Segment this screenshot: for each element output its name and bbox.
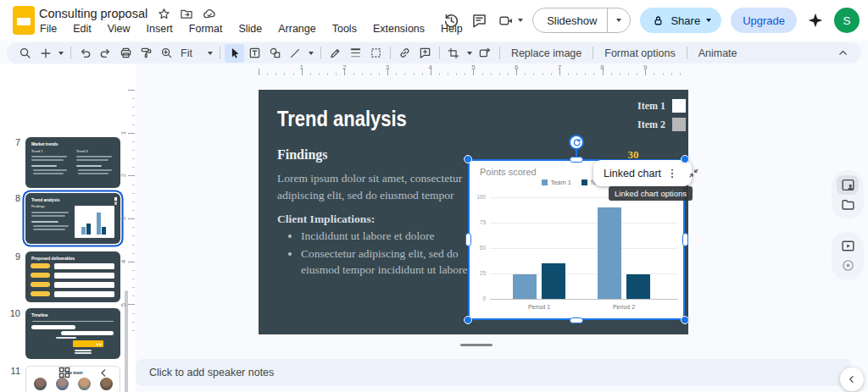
- toolbar: Fit: [7, 42, 861, 63]
- resize-handle-sw[interactable]: [464, 316, 472, 324]
- rotate-handle[interactable]: [569, 135, 584, 150]
- insert-link-button[interactable]: [395, 44, 415, 63]
- resize-handle-n[interactable]: [570, 157, 583, 163]
- ruler-number: 3: [120, 217, 127, 220]
- lock-icon: [652, 14, 665, 27]
- resize-handle-nw[interactable]: [464, 155, 472, 163]
- border-color-tool[interactable]: [326, 44, 345, 63]
- grid-view-icon[interactable]: [56, 364, 73, 381]
- upgrade-button[interactable]: Upgrade: [731, 8, 797, 33]
- resize-handle-e[interactable]: [682, 233, 688, 246]
- menu-format[interactable]: Format: [186, 22, 225, 36]
- canvas-scroll-indicator[interactable]: [460, 344, 492, 346]
- menu-insert[interactable]: Insert: [144, 22, 175, 36]
- resize-handle-w[interactable]: [465, 233, 471, 246]
- format-options-button[interactable]: Format options: [598, 47, 682, 59]
- slide-thumbnail-8[interactable]: Trend analysis Findings: [25, 193, 120, 244]
- slide-implications-heading[interactable]: Client Implications:: [277, 213, 375, 226]
- crop-button[interactable]: [444, 44, 464, 63]
- slide-number: 10: [7, 308, 20, 318]
- slideshow-button[interactable]: Slideshow: [532, 8, 631, 33]
- star-icon[interactable]: [157, 7, 170, 20]
- menu-file[interactable]: File: [37, 22, 59, 36]
- slideshow-dropdown[interactable]: [608, 19, 630, 22]
- linked-chart-tooltip: Linked chart options: [609, 186, 693, 201]
- line-dropdown-icon[interactable]: [306, 44, 316, 63]
- slide-number: 9: [7, 251, 20, 262]
- text-box-tool[interactable]: [245, 44, 264, 63]
- menu-slide[interactable]: Slide: [236, 22, 264, 36]
- search-menus-icon[interactable]: [15, 44, 35, 63]
- collapse-toolbar-icon[interactable]: [833, 44, 853, 63]
- fit-dropdown-icon[interactable]: [205, 44, 215, 63]
- folder-icon[interactable]: [837, 195, 859, 214]
- document-title[interactable]: Consulting proposal: [39, 7, 147, 20]
- menu-edit[interactable]: Edit: [70, 22, 94, 36]
- y-axis-tick: 25: [470, 270, 486, 276]
- comments-icon[interactable]: [470, 11, 488, 30]
- version-history-icon[interactable]: [442, 11, 460, 30]
- replace-image-button[interactable]: Replace image: [504, 47, 588, 59]
- slide-canvas[interactable]: Trend analysis Findings Lorem ipsum dolo…: [259, 90, 688, 334]
- linked-chart-options-icon[interactable]: [666, 168, 678, 179]
- undo-button[interactable]: [75, 44, 95, 63]
- zoom-icon[interactable]: [157, 44, 176, 63]
- linked-chart-label: Linked chart: [604, 168, 661, 179]
- slideshow-panel-icon[interactable]: [837, 236, 859, 256]
- resize-handle-ne[interactable]: [681, 155, 689, 163]
- new-slide-button[interactable]: [36, 44, 55, 63]
- record-icon[interactable]: [837, 256, 859, 275]
- chart-legend-item: Team 1: [542, 179, 571, 186]
- new-slide-dropdown-icon[interactable]: [56, 44, 66, 63]
- slide-subtitle[interactable]: Findings: [277, 147, 328, 163]
- redo-button[interactable]: [96, 44, 115, 63]
- slide-thumbnail-9[interactable]: Proposed deliverables: [25, 251, 120, 302]
- collapse-filmstrip-icon[interactable]: [95, 364, 112, 381]
- account-avatar[interactable]: S: [834, 8, 860, 33]
- ruler-number: 9: [643, 63, 647, 71]
- slide-thumbnail-10[interactable]: Timeline »»: [25, 308, 120, 359]
- slide-title[interactable]: Trend analysis: [277, 107, 407, 131]
- line-tool[interactable]: [286, 44, 305, 63]
- templates-icon[interactable]: [837, 175, 859, 195]
- gemini-sparkle-icon[interactable]: [806, 11, 825, 30]
- move-folder-icon[interactable]: [180, 7, 193, 20]
- ruler-number: 7: [558, 63, 561, 71]
- mask-image-dropdown-icon[interactable]: [465, 44, 475, 63]
- show-side-panel-icon[interactable]: [840, 367, 864, 391]
- menu-arrange[interactable]: Arrange: [275, 22, 318, 36]
- menu-extensions[interactable]: Extensions: [370, 22, 427, 36]
- cloud-saved-icon[interactable]: [203, 7, 216, 20]
- insert-comment-button[interactable]: [415, 44, 435, 63]
- shape-tool[interactable]: [265, 44, 285, 63]
- speaker-notes-input[interactable]: Click to add speaker notes: [136, 359, 852, 386]
- paint-format-button[interactable]: [136, 44, 156, 63]
- select-tool[interactable]: [225, 44, 244, 63]
- ruler-number: 4: [429, 63, 432, 71]
- border-dash-tool[interactable]: [366, 44, 386, 63]
- zoom-fit-dropdown[interactable]: Fit: [177, 47, 204, 59]
- slides-logo-icon[interactable]: [13, 6, 35, 35]
- unlink-collapse-icon[interactable]: [688, 168, 699, 179]
- print-button[interactable]: [116, 44, 136, 63]
- ruler-number: 1: [299, 63, 303, 71]
- slide-legend-item-1[interactable]: Item 1: [637, 99, 686, 113]
- ruler-number: 5: [471, 63, 475, 71]
- slide-paragraph[interactable]: Lorem ipsum dolor sit amet, consectetur …: [277, 170, 479, 203]
- slide-legend-item-2[interactable]: Item 2: [637, 118, 686, 131]
- menu-tools[interactable]: Tools: [330, 22, 359, 36]
- share-button[interactable]: Share: [640, 8, 721, 33]
- border-weight-tool[interactable]: [346, 44, 365, 63]
- share-dropdown-icon[interactable]: [706, 19, 711, 22]
- slide-bullet-list[interactable]: Incididunt ut labore et dolore Consectet…: [277, 229, 484, 280]
- x-axis-category: Period 2: [594, 304, 654, 310]
- slide-thumbnail-7[interactable]: Market trends Trend 1 Trend 2: [25, 137, 120, 188]
- menu-view[interactable]: View: [105, 22, 133, 36]
- linked-chart-popup: Linked chart: [593, 160, 692, 186]
- resize-handle-se[interactable]: [681, 316, 689, 324]
- animate-button[interactable]: Animate: [692, 47, 744, 59]
- menu-bar: File Edit View Insert Format Slide Arran…: [37, 22, 465, 36]
- meet-camera-button[interactable]: [498, 14, 523, 28]
- resize-handle-s[interactable]: [570, 317, 583, 323]
- replace-image-icon[interactable]: [476, 44, 495, 63]
